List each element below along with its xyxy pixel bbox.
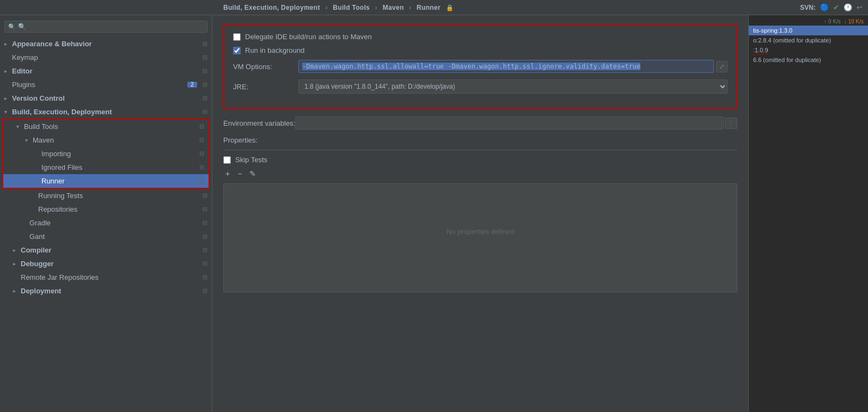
sidebar-item-editor[interactable]: Editor⊟: [0, 64, 212, 78]
run-background-row: Run in background: [233, 46, 728, 54]
sidebar-item-deployment[interactable]: Deployment⊟: [0, 284, 212, 298]
dep-item-dep2: o:2.8.4 (omitted for duplicate): [749, 35, 868, 45]
sidebar-item-version-control[interactable]: Version Control⊟: [0, 91, 212, 105]
skip-tests-row: Skip Tests: [223, 156, 737, 164]
jre-row: JRE: 1.8 (java version "1.8.0_144", path…: [233, 79, 728, 94]
env-vars-label: Environment variables:: [223, 119, 295, 127]
search-icon: 🔍: [8, 23, 16, 30]
sidebar-item-gradle[interactable]: Gradle⊟: [0, 216, 212, 230]
sidebar-item-gant[interactable]: Gant⊟: [0, 230, 212, 243]
settings-icon-gant[interactable]: ⊟: [203, 233, 207, 240]
env-vars-input[interactable]: [295, 116, 724, 130]
sidebar: 🔍 Appearance & Behavior⊟Keymap⊟Editor⊟Pl…: [0, 15, 212, 412]
arrow-icon-build-tools: [16, 124, 24, 130]
vm-options-label: VM Options:: [233, 63, 298, 71]
vm-options-wrapper: ⤢: [298, 60, 728, 73]
settings-icon-gradle[interactable]: ⊟: [203, 219, 207, 226]
skip-tests-label[interactable]: Skip Tests: [235, 156, 267, 164]
no-properties-text: No properties defined: [224, 184, 737, 279]
settings-icon-debugger[interactable]: ⊟: [203, 260, 207, 267]
sidebar-label-appearance: Appearance & Behavior: [12, 40, 200, 48]
sidebar-item-build-exec[interactable]: Build, Execution, Deployment⊟: [0, 105, 212, 119]
arrow-icon-editor: [4, 68, 12, 74]
sidebar-item-repositories[interactable]: Repositories⊟: [0, 202, 212, 216]
delegate-row: Delegate IDE build/run actions to Maven: [233, 33, 728, 41]
search-input[interactable]: [18, 23, 204, 30]
properties-toolbar: + − ✎: [223, 168, 737, 179]
sidebar-label-deployment: Deployment: [21, 287, 200, 295]
edit-property-button[interactable]: ✎: [247, 168, 258, 179]
svn-icon-1[interactable]: 🔵: [820, 3, 829, 11]
add-property-button[interactable]: +: [223, 168, 232, 179]
sidebar-item-remote-jar[interactable]: Remote Jar Repositories⊟: [0, 270, 212, 284]
settings-icon-ignored-files[interactable]: ⊟: [199, 164, 204, 171]
settings-icon-runner[interactable]: ⊟: [199, 177, 204, 185]
settings-icon-build-tools[interactable]: ⊟: [199, 123, 204, 130]
speed-up: ↑ 0 K/s: [824, 19, 841, 24]
breadcrumb-part4: Runner: [417, 4, 441, 11]
properties-section: Properties: Skip Tests + − ✎ No properti…: [223, 136, 737, 292]
jre-select[interactable]: 1.8 (java version "1.8.0_144", path: D:/…: [298, 79, 728, 94]
settings-icon-version-control[interactable]: ⊟: [203, 95, 207, 102]
sidebar-label-importing: Importing: [41, 150, 197, 158]
sidebar-item-build-tools[interactable]: Build Tools⊟: [3, 120, 209, 133]
sidebar-item-running-tests[interactable]: Running Tests⊟: [0, 189, 212, 202]
sidebar-label-remote-jar: Remote Jar Repositories: [21, 273, 200, 281]
arrow-icon-maven: [25, 137, 33, 143]
sidebar-item-runner[interactable]: Runner⊟: [3, 174, 209, 188]
svn-icon-3[interactable]: 🕐: [843, 3, 852, 11]
sidebar-label-running-tests: Running Tests: [38, 192, 200, 200]
run-background-checkbox[interactable]: [233, 47, 241, 54]
skip-tests-checkbox[interactable]: [223, 156, 231, 164]
run-background-label[interactable]: Run in background: [245, 46, 304, 54]
arrow-icon-deployment: [13, 288, 21, 294]
breadcrumb: Build, Execution, Deployment › Build Too…: [5, 4, 800, 11]
settings-icon-repositories[interactable]: ⊟: [203, 206, 207, 213]
expand-icon[interactable]: ⤢: [716, 61, 728, 72]
search-box[interactable]: 🔍: [4, 21, 207, 33]
sidebar-label-gant: Gant: [29, 232, 200, 241]
env-vars-row: Environment variables: ⋮: [223, 116, 737, 130]
right-panel: ↑ 0 K/s ↓ 10 K/s tis-spring:1.3.0o:2.8.4…: [748, 15, 868, 412]
settings-icon-remote-jar[interactable]: ⊟: [203, 274, 207, 281]
sidebar-item-importing[interactable]: Importing⊟: [3, 147, 209, 161]
svn-icon-4[interactable]: ↩: [857, 3, 863, 11]
sidebar-item-plugins[interactable]: Plugins2⊟: [0, 78, 212, 91]
settings-icon-appearance[interactable]: ⊟: [203, 40, 207, 47]
sidebar-item-ignored-files[interactable]: Ignored Files⊟: [3, 161, 209, 174]
main-content: Delegate IDE build/run actions to Maven …: [212, 15, 748, 412]
settings-icon-plugins[interactable]: ⊟: [203, 81, 207, 88]
sidebar-item-debugger[interactable]: Debugger⊟: [0, 257, 212, 270]
env-vars-edit-button[interactable]: ⋮: [725, 118, 737, 129]
sidebar-label-keymap: Keymap: [12, 53, 200, 62]
settings-icon-build-exec[interactable]: ⊟: [203, 108, 207, 115]
arrow-icon-build-exec: [4, 109, 12, 115]
sidebar-label-version-control: Version Control: [12, 94, 200, 102]
sidebar-label-build-tools: Build Tools: [24, 122, 197, 131]
sidebar-item-maven[interactable]: Maven⊟: [3, 133, 209, 147]
svn-icon-2[interactable]: ✔: [833, 3, 839, 11]
settings-icon-deployment[interactable]: ⊟: [203, 287, 207, 294]
vm-options-input[interactable]: [298, 60, 714, 73]
sidebar-label-ignored-files: Ignored Files: [41, 163, 197, 171]
settings-icon-importing[interactable]: ⊟: [199, 150, 204, 157]
sidebar-label-plugins: Plugins: [12, 81, 187, 89]
dep-item-dep3: :1.0.9: [749, 45, 868, 55]
settings-icon-keymap[interactable]: ⊟: [203, 54, 207, 61]
svn-label: SVN:: [800, 4, 816, 11]
sidebar-item-compiler[interactable]: Compiler⊟: [0, 243, 212, 257]
settings-icon-running-tests[interactable]: ⊟: [203, 192, 207, 199]
arrow-icon-appearance: [4, 41, 12, 47]
settings-icon-compiler[interactable]: ⊟: [203, 247, 207, 254]
sidebar-highlight-box: Build Tools⊟Maven⊟Importing⊟Ignored File…: [2, 119, 210, 189]
sidebar-item-keymap[interactable]: Keymap⊟: [0, 51, 212, 64]
speed-down: ↓ 10 K/s: [844, 19, 864, 24]
delegate-label[interactable]: Delegate IDE build/run actions to Maven: [245, 33, 372, 41]
dependency-items: tis-spring:1.3.0o:2.8.4 (omitted for dup…: [749, 26, 868, 65]
badge-plugins: 2: [187, 82, 197, 88]
sidebar-item-appearance[interactable]: Appearance & Behavior⊟: [0, 37, 212, 51]
delegate-checkbox[interactable]: [233, 33, 241, 41]
settings-icon-maven[interactable]: ⊟: [199, 137, 204, 144]
remove-property-button[interactable]: −: [235, 168, 244, 179]
settings-icon-editor[interactable]: ⊟: [203, 67, 207, 75]
